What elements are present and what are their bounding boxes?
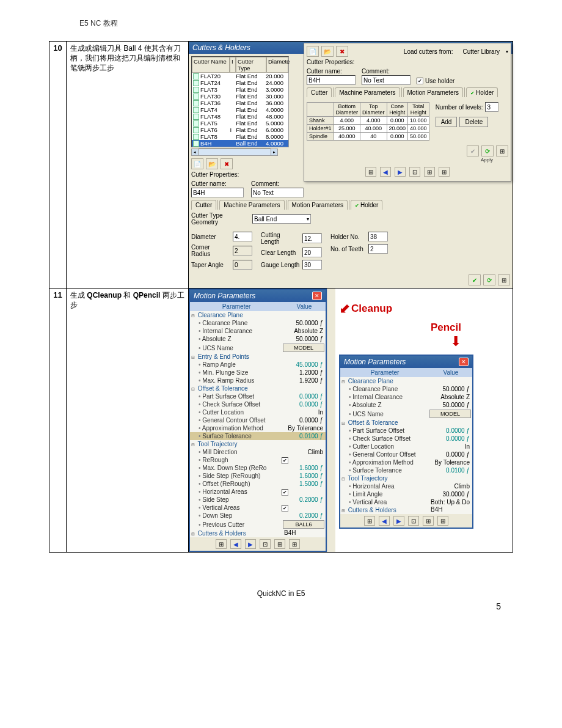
- new-icon[interactable]: 📄: [307, 46, 319, 57]
- refresh-icon[interactable]: ⟳: [483, 274, 495, 285]
- list-item[interactable]: B4HBall End4.0000: [192, 140, 288, 147]
- param-row[interactable]: Surface Tolerance0.0100 ƒ: [190, 432, 326, 440]
- param-row[interactable]: Down Step0.2000 ƒ: [190, 512, 326, 520]
- list-item[interactable]: FLAT30Flat End30.000: [192, 93, 288, 100]
- list-item[interactable]: FLAT6IFlat End6.0000: [192, 127, 288, 133]
- nav-icon[interactable]: ⊡: [260, 539, 271, 549]
- list-item[interactable]: FLAT3Flat End3.0000: [192, 86, 288, 93]
- close-icon[interactable]: ✕: [459, 358, 469, 366]
- delete-icon[interactable]: ✖: [221, 158, 233, 169]
- param-row[interactable]: Absolute Z50.0000 ƒ: [190, 335, 326, 343]
- ov-comment-input[interactable]: [362, 75, 411, 85]
- tab-cutter[interactable]: Cutter: [307, 87, 332, 97]
- param-row[interactable]: Cutter LocationIn: [340, 443, 472, 450]
- param-row[interactable]: General Contour Offset0.0000 ƒ: [190, 416, 326, 424]
- open-icon[interactable]: 📂: [206, 158, 218, 169]
- prev-icon[interactable]: ◀: [380, 167, 391, 177]
- param-row[interactable]: Part Surface Offset0.0000 ƒ: [340, 427, 472, 435]
- levels-input[interactable]: [485, 102, 498, 112]
- param-row[interactable]: Horizontal AreaClimb: [340, 482, 472, 490]
- delete-button[interactable]: Delete: [459, 117, 488, 127]
- delete-icon[interactable]: ✖: [336, 46, 348, 57]
- param-row[interactable]: UCS NameMODEL: [340, 409, 472, 419]
- nav-icon[interactable]: ⊞: [437, 516, 448, 526]
- prev-icon[interactable]: ◀: [230, 539, 241, 549]
- param-row[interactable]: ReRough✔: [190, 456, 326, 464]
- param-row[interactable]: Side Step (ReRough)1.6000 ƒ: [190, 472, 326, 480]
- param-row[interactable]: Mill DirectionClimb: [190, 448, 326, 456]
- param-row[interactable]: Max. Ramp Radius1.9200 ƒ: [190, 377, 326, 384]
- param-row[interactable]: Absolute Z50.0000 ƒ: [340, 401, 472, 409]
- param-row[interactable]: Clearance Plane50.0000 ƒ: [190, 319, 326, 327]
- tab-holder[interactable]: Holder: [466, 87, 498, 97]
- list-item[interactable]: FLAT48Flat End48.000: [192, 113, 288, 120]
- next-icon[interactable]: ▶: [245, 539, 256, 549]
- geom-dropdown[interactable]: Ball End: [252, 214, 311, 224]
- list-item[interactable]: FLAT5Flat End5.0000: [192, 120, 288, 127]
- param-row[interactable]: Vertical AreaBoth: Up & Do: [340, 498, 472, 506]
- clearlen-input[interactable]: [302, 248, 322, 257]
- teeth-input[interactable]: [368, 244, 388, 254]
- param-row[interactable]: Previous CutterBALL6: [190, 520, 326, 529]
- param-row[interactable]: Ramp Angle45.0000 ƒ: [190, 361, 326, 369]
- group-header[interactable]: ⊟ Clearance Plane: [190, 311, 326, 319]
- param-row[interactable]: Check Surface Offset0.0000 ƒ: [340, 435, 472, 443]
- next-icon[interactable]: ▶: [395, 167, 406, 177]
- gauge-input[interactable]: [302, 260, 322, 270]
- param-row[interactable]: UCS NameMODEL: [190, 343, 326, 353]
- tab-machine-parameters[interactable]: Machine Parameters: [335, 87, 400, 97]
- next-icon[interactable]: ▶: [393, 516, 404, 526]
- use-holder-checkbox[interactable]: ✔: [417, 78, 423, 84]
- param-row[interactable]: Surface Tolerance0.0100 ƒ: [340, 466, 472, 474]
- nav-icon[interactable]: ⊞: [364, 516, 375, 526]
- holderno-input[interactable]: [368, 232, 388, 241]
- holder-grid[interactable]: BottomDiameterTopDiameterConeHeightTotal…: [307, 102, 429, 141]
- param-row[interactable]: Approximation MethodBy Tolerance: [340, 458, 472, 466]
- param-row[interactable]: Limit Angle30.0000 ƒ: [340, 490, 472, 498]
- diameter-input[interactable]: [233, 232, 252, 241]
- param-row[interactable]: Min. Plunge Size1.2000 ƒ: [190, 369, 326, 377]
- nav-icon[interactable]: ⊞: [423, 516, 434, 526]
- param-row[interactable]: Max. Down Step (ReRo1.6000 ƒ: [190, 464, 326, 472]
- nav-icon[interactable]: ⊞: [274, 539, 285, 549]
- list-item[interactable]: FLAT36Flat End36.000: [192, 100, 288, 106]
- tab-cutter[interactable]: Cutter: [191, 200, 216, 210]
- cutter-name-input[interactable]: [191, 188, 244, 197]
- tab-holder[interactable]: Holder: [351, 200, 382, 210]
- new-icon[interactable]: 📄: [191, 158, 203, 169]
- param-row[interactable]: Clearance Plane50.0000 ƒ: [340, 385, 472, 393]
- group-header[interactable]: ⊟ Tool Trajectory: [340, 474, 472, 482]
- param-row[interactable]: Side Step0.2000 ƒ: [190, 496, 326, 504]
- param-row[interactable]: Horizontal Areas✔: [190, 488, 326, 496]
- group-header[interactable]: ⊟ Offset & Tolerance: [190, 384, 326, 392]
- group-header[interactable]: ⊞ Cutters & Holders: [340, 506, 431, 514]
- group-header[interactable]: ⊟ Tool Trajectory: [190, 440, 326, 448]
- nav-icon[interactable]: ⊡: [408, 516, 419, 526]
- cutter-list[interactable]: Cutter NameICutter TypeDiameteFLAT20Flat…: [191, 56, 289, 147]
- v-scrollbar[interactable]: [327, 289, 335, 552]
- nav-icon[interactable]: ⊞: [365, 167, 376, 177]
- list-item[interactable]: FLAT24Flat End24.000: [192, 79, 288, 86]
- group-header[interactable]: ⊟ Clearance Plane: [340, 377, 472, 385]
- list-item[interactable]: FLAT20Flat End20.000: [192, 73, 288, 79]
- group-header[interactable]: ⊞ Cutters & Holders: [190, 529, 284, 537]
- param-row[interactable]: Vertical Areas✔: [190, 504, 326, 512]
- window-icon[interactable]: ⊞: [496, 145, 508, 156]
- tab-motion-parameters[interactable]: Motion Parameters: [403, 87, 463, 97]
- tab-motion-parameters[interactable]: Motion Parameters: [288, 200, 348, 210]
- param-row[interactable]: Part Surface Offset0.0000 ƒ: [190, 392, 326, 400]
- param-row[interactable]: Cutter LocationIn: [190, 408, 326, 416]
- prev-icon[interactable]: ◀: [379, 516, 390, 526]
- nav-icon[interactable]: ⊞: [439, 167, 450, 177]
- list-item[interactable]: FLAT4Flat End4.0000: [192, 106, 288, 113]
- h-scrollbar[interactable]: ◂ ▸: [191, 149, 278, 156]
- dropdown-icon[interactable]: ▾: [506, 49, 508, 54]
- param-row[interactable]: General Contour Offset0.0000 ƒ: [340, 450, 472, 458]
- group-header[interactable]: ⊟ Entry & End Points: [190, 353, 326, 361]
- check-icon[interactable]: ✔: [467, 145, 479, 156]
- close-icon[interactable]: ✕: [312, 292, 322, 300]
- add-button[interactable]: Add: [436, 117, 458, 127]
- ov-name-input[interactable]: [307, 75, 356, 85]
- nav-icon[interactable]: ⊡: [409, 167, 420, 177]
- list-item[interactable]: FLAT8Flat End8.0000: [192, 133, 288, 140]
